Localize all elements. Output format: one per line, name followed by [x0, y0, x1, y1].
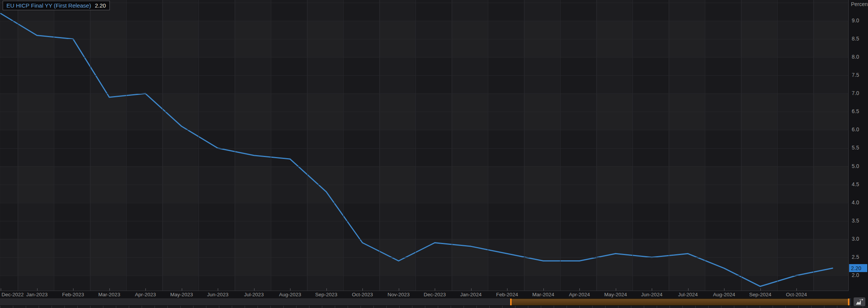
- horizontal-gridline: [0, 221, 849, 221]
- x-tick-label: Jul-2024: [678, 292, 698, 297]
- x-tick-label: Feb-2023: [62, 292, 84, 297]
- y-tick-label: 5.0: [852, 163, 859, 169]
- y-tick-label: 6.5: [852, 108, 859, 114]
- y-tick-label: 8.5: [852, 36, 859, 42]
- vertical-gridline: [632, 0, 633, 291]
- y-tick-label: 3.0: [852, 236, 859, 242]
- range-left-cap[interactable]: [510, 299, 512, 305]
- horizontal-gridline: [0, 57, 849, 58]
- horizontal-gridline: [0, 21, 849, 21]
- horizontal-gridline: [0, 257, 849, 258]
- horizontal-gridline: [0, 75, 849, 76]
- x-tick-label: Jun-2024: [641, 292, 662, 297]
- vertical-gridline: [813, 0, 814, 291]
- last-value-badge-text: 2.20: [851, 265, 861, 271]
- x-tick-label: Mar-2024: [532, 292, 554, 297]
- vertical-gridline: [705, 0, 705, 291]
- vertical-gridline: [162, 0, 163, 291]
- x-tick-mark: [399, 288, 399, 291]
- chart-jump-to-latest-icon: [855, 299, 864, 305]
- horizontal-gridline: [0, 3, 849, 3]
- x-tick-label: Oct-2023: [352, 292, 373, 297]
- y-axis[interactable]: Percent 2.20 9.08.58.07.57.06.56.05.55.0…: [849, 0, 868, 298]
- x-tick-label: Sep-2023: [315, 292, 337, 297]
- plot-area[interactable]: [0, 0, 849, 291]
- x-tick-label: Aug-2023: [279, 292, 301, 297]
- x-tick-label: Jan-2023: [26, 292, 47, 297]
- legend[interactable]: EU HICP Final YY (First Release) 2.20: [3, 1, 110, 10]
- x-tick-mark: [435, 288, 435, 291]
- x-tick-mark: [145, 288, 146, 291]
- y-tick-label: 2.5: [852, 254, 859, 260]
- x-tick-label: Aug-2024: [713, 292, 735, 297]
- y-tick-label: 7.0: [852, 90, 859, 96]
- y-tick-label: 5.5: [852, 145, 859, 151]
- vertical-gridline: [415, 0, 416, 291]
- vertical-gridline: [596, 0, 597, 291]
- y-tick-label: 4.5: [852, 181, 859, 187]
- x-tick-label: Dec-2022: [2, 292, 24, 297]
- y-tick-label: 3.5: [852, 218, 859, 224]
- x-tick-label: Jun-2023: [207, 292, 228, 297]
- y-tick-label: 9.0: [852, 17, 859, 23]
- vertical-gridline: [524, 0, 525, 291]
- timeline-range-handle[interactable]: [510, 299, 849, 305]
- x-tick-label: Dec-2023: [424, 292, 446, 297]
- horizontal-gridline: [0, 275, 849, 276]
- x-tick-mark: [796, 288, 797, 291]
- horizontal-gridline: [0, 112, 849, 112]
- series-line-layer: [0, 0, 849, 291]
- x-tick-mark: [254, 288, 254, 291]
- horizontal-gridline: [0, 148, 849, 149]
- horizontal-gridline: [0, 130, 849, 130]
- horizontal-gridline: [0, 39, 849, 39]
- x-tick-mark: [724, 288, 724, 291]
- x-tick-label: Jan-2024: [460, 292, 481, 297]
- timeline-mini-strip: [0, 305, 868, 308]
- vertical-gridline: [235, 0, 235, 291]
- chart-window: EU HICP Final YY (First Release) 2.20 Pe…: [0, 0, 868, 308]
- vertical-gridline: [343, 0, 343, 291]
- y-tick-label: 7.5: [852, 72, 859, 78]
- x-tick-label: Feb-2024: [496, 292, 518, 297]
- x-tick-label: May-2023: [170, 292, 193, 297]
- vertical-gridline: [669, 0, 669, 291]
- horizontal-gridline: [0, 93, 849, 94]
- jump-to-latest-button[interactable]: [854, 297, 865, 306]
- x-tick-label: Apr-2023: [135, 292, 156, 297]
- x-tick-mark: [182, 288, 182, 291]
- x-tick-mark: [1, 288, 1, 291]
- vertical-gridline: [777, 0, 777, 291]
- vertical-gridline: [126, 0, 126, 291]
- x-axis[interactable]: Dec-2022Jan-2023Feb-2023Mar-2023Apr-2023…: [0, 291, 849, 299]
- x-tick-mark: [543, 288, 544, 291]
- last-value-badge: 2.20: [849, 264, 867, 272]
- horizontal-gridline: [0, 166, 849, 167]
- x-tick-label: Jul-2023: [244, 292, 264, 297]
- series-line: [1, 14, 833, 286]
- horizontal-gridline: [0, 239, 849, 240]
- vertical-gridline: [198, 0, 199, 291]
- y-tick-label: 4.0: [852, 199, 859, 205]
- vertical-gridline: [379, 0, 380, 291]
- x-tick-mark: [507, 288, 507, 291]
- x-tick-mark: [218, 288, 218, 291]
- x-tick-label: May-2024: [604, 292, 627, 297]
- range-right-cap[interactable]: [848, 299, 849, 305]
- vertical-gridline: [18, 0, 18, 291]
- vertical-gridline: [560, 0, 560, 291]
- x-tick-mark: [688, 288, 688, 291]
- x-tick-mark: [326, 288, 327, 291]
- x-tick-mark: [616, 288, 616, 291]
- x-tick-mark: [760, 288, 761, 291]
- vertical-gridline: [271, 0, 271, 291]
- x-tick-label: Sep-2024: [749, 292, 771, 297]
- y-tick-label: 8.0: [852, 54, 859, 60]
- horizontal-gridline: [0, 203, 849, 203]
- vertical-gridline: [452, 0, 452, 291]
- x-tick-label: Nov-2023: [387, 292, 410, 297]
- vertical-gridline: [54, 0, 54, 291]
- y-tick-label: 6.0: [852, 126, 859, 132]
- x-tick-label: Apr-2024: [569, 292, 590, 297]
- x-tick-label: Mar-2023: [98, 292, 120, 297]
